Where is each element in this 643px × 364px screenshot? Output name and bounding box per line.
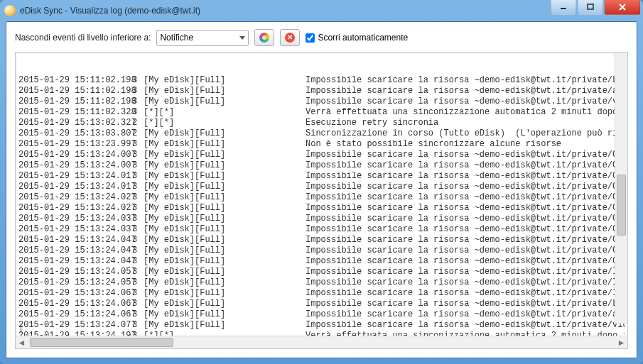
log-timestamp: 2015-01-29 15:13:23.997 xyxy=(18,139,132,150)
log-message: Impossibile scaricare la risorsa ~demo-e… xyxy=(306,299,625,309)
log-level: 3 xyxy=(132,171,144,182)
clear-log-button[interactable]: ✕ xyxy=(280,29,300,46)
log-message: Sincronizzazione in corso (Tutto eDisk) … xyxy=(306,128,625,139)
log-level: 3 xyxy=(132,182,144,192)
log-timestamp: 2015-01-29 15:11:02.198 xyxy=(18,75,132,86)
log-source: [My eDisk][Full] xyxy=(144,214,306,224)
log-level: 3 xyxy=(132,256,144,267)
log-panel: 2015-01-29 15:11:02.1983[My eDisk][Full]… xyxy=(15,52,628,349)
log-row[interactable]: 2015-01-29 15:13:24.0673[My eDisk][Full]… xyxy=(18,299,625,309)
scroll-left-arrow-icon[interactable]: ◄ xyxy=(16,336,28,348)
palette-icon xyxy=(259,33,269,43)
log-row[interactable]: 2015-01-29 15:13:24.0273[My eDisk][Full]… xyxy=(18,203,625,214)
log-source: [My eDisk][Full] xyxy=(144,86,306,96)
log-level: 3 xyxy=(132,192,144,203)
vertical-scroll-thumb[interactable] xyxy=(617,175,626,236)
window-controls xyxy=(549,0,640,15)
log-source: [My eDisk][Full] xyxy=(144,203,306,214)
log-message: Verrà effettuata una sinconizzazione aut… xyxy=(306,107,625,118)
level-select[interactable]: Notifiche xyxy=(156,30,249,46)
log-row[interactable]: 2015-01-29 15:11:02.1983[My eDisk][Full]… xyxy=(18,75,625,86)
log-level: 3 xyxy=(132,309,144,320)
autoscroll-option: Scorri automaticamente xyxy=(306,33,408,43)
log-message: Impossibile scaricare la risorsa ~demo-e… xyxy=(306,309,625,320)
log-source: [My eDisk][Full] xyxy=(144,320,306,331)
log-row[interactable]: 2015-01-29 15:13:24.0073[My eDisk][Full]… xyxy=(18,150,625,160)
log-row[interactable]: 2015-01-29 15:13:24.0773[My eDisk][Full]… xyxy=(18,320,625,331)
log-timestamp: 2015-01-29 15:13:24.027 xyxy=(18,203,132,214)
log-level: 3 xyxy=(132,150,144,160)
app-icon xyxy=(4,5,16,16)
autoscroll-label: Scorri automaticamente xyxy=(318,33,408,43)
log-row[interactable]: 2015-01-29 15:11:02.1983[My eDisk][Full]… xyxy=(18,86,625,96)
autoscroll-checkbox[interactable] xyxy=(306,33,315,43)
level-select-value: Notifiche xyxy=(160,33,193,43)
log-timestamp: 2015-01-29 15:13:24.017 xyxy=(18,182,132,192)
log-message: Impossibile scaricare la risorsa ~demo-e… xyxy=(306,267,625,277)
toolbar: Nascondi eventi di livello inferiore a: … xyxy=(6,22,637,52)
log-row[interactable]: 2015-01-29 15:13:24.0373[My eDisk][Full]… xyxy=(18,224,625,235)
log-level: 3 xyxy=(132,107,144,118)
log-timestamp: 2015-01-29 15:13:24.057 xyxy=(18,267,132,277)
horizontal-scrollbar[interactable]: ◄ ► xyxy=(16,336,627,348)
log-message: Impossibile scaricare la risorsa ~demo-e… xyxy=(306,235,625,246)
horizontal-scroll-thumb[interactable] xyxy=(30,338,173,347)
log-level: 3 xyxy=(132,224,144,235)
log-source: [My eDisk][Full] xyxy=(144,224,306,235)
log-source: [*][*] xyxy=(144,118,306,128)
maximize-button[interactable] xyxy=(578,0,603,15)
color-palette-button[interactable] xyxy=(254,29,274,46)
vertical-scrollbar[interactable] xyxy=(615,53,627,324)
log-row[interactable]: 2015-01-29 15:11:02.3283[*][*]Verrà effe… xyxy=(18,107,625,118)
log-row[interactable]: 2015-01-29 15:13:23.9973[My eDisk][Full]… xyxy=(18,139,625,150)
log-row[interactable]: 2015-01-29 15:13:24.0173[My eDisk][Full]… xyxy=(18,171,625,182)
log-message: Impossibile scaricare la risorsa ~demo-e… xyxy=(306,75,625,86)
log-row[interactable]: 2015-01-29 15:13:24.0273[My eDisk][Full]… xyxy=(18,192,625,203)
scroll-right-arrow-icon[interactable]: ► xyxy=(615,336,627,348)
log-row[interactable]: 2015-01-29 15:13:24.0373[My eDisk][Full]… xyxy=(18,214,625,224)
log-timestamp: 2015-01-29 15:13:24.047 xyxy=(18,256,132,267)
log-source: [My eDisk][Full] xyxy=(144,267,306,277)
log-row[interactable]: 2015-01-29 15:13:24.0573[My eDisk][Full]… xyxy=(18,277,625,288)
log-row[interactable]: 2015-01-29 15:13:24.0173[My eDisk][Full]… xyxy=(18,182,625,192)
log-row[interactable]: 2015-01-29 15:11:02.1983[My eDisk][Full]… xyxy=(18,96,625,107)
log-row[interactable]: 2015-01-29 15:13:24.0673[My eDisk][Full]… xyxy=(18,288,625,299)
log-message: Impossibile scaricare la risorsa ~demo-e… xyxy=(306,96,625,107)
log-row[interactable]: 2015-01-29 15:13:24.0473[My eDisk][Full]… xyxy=(18,256,625,267)
log-row[interactable]: 2015-01-29 15:13:03.8072[My eDisk][Full]… xyxy=(18,128,625,139)
log-timestamp: 2015-01-29 15:13:24.047 xyxy=(18,235,132,246)
log-row[interactable]: 2015-01-29 15:13:24.0673[My eDisk][Full]… xyxy=(18,309,625,320)
log-level: 3 xyxy=(132,75,144,86)
text-cursor: | xyxy=(18,324,23,334)
log-level: 3 xyxy=(132,267,144,277)
log-timestamp: 2015-01-29 15:11:02.328 xyxy=(18,107,132,118)
log-source: [My eDisk][Full] xyxy=(144,128,306,139)
log-source: [My eDisk][Full] xyxy=(144,96,306,107)
log-row[interactable]: 2015-01-29 15:13:24.0573[My eDisk][Full]… xyxy=(18,267,625,277)
log-level: 3 xyxy=(132,214,144,224)
log-row[interactable]: 2015-01-29 15:13:02.3272[*][*]Esecuzione… xyxy=(18,118,625,128)
window-title: eDisk Sync - Visualizza log (demo-edisk@… xyxy=(20,6,200,16)
log-message: Verrà effettuata una sinconizzazione aut… xyxy=(306,331,625,336)
log-source: [My eDisk][Full] xyxy=(144,192,306,203)
log-row[interactable]: 2015-01-29 15:13:24.0073[My eDisk][Full]… xyxy=(18,160,625,171)
log-timestamp: 2015-01-29 15:13:24.057 xyxy=(18,277,132,288)
log-row[interactable]: 2015-01-29 15:13:24.0473[My eDisk][Full]… xyxy=(18,235,625,246)
minimize-button[interactable] xyxy=(551,0,576,15)
log-row[interactable]: 2015-01-29 15:13:24.1973[*][*]Verrà effe… xyxy=(18,331,625,336)
title-bar[interactable]: eDisk Sync - Visualizza log (demo-edisk@… xyxy=(0,0,643,21)
close-button[interactable] xyxy=(605,0,640,15)
log-timestamp: 2015-01-29 15:13:24.067 xyxy=(18,288,132,299)
log-row[interactable]: 2015-01-29 15:13:24.0473[My eDisk][Full]… xyxy=(18,246,625,256)
app-window: eDisk Sync - Visualizza log (demo-edisk@… xyxy=(0,0,643,364)
log-timestamp: 2015-01-29 15:11:02.198 xyxy=(18,86,132,96)
log-level: 3 xyxy=(132,96,144,107)
log-level: 2 xyxy=(132,118,144,128)
log-timestamp: 2015-01-29 15:13:24.017 xyxy=(18,171,132,182)
log-message: Non è stato possibile sincronizzare alcu… xyxy=(306,139,561,150)
log-source: [My eDisk][Full] xyxy=(144,235,306,246)
log-message: Impossibile scaricare la risorsa ~demo-e… xyxy=(306,214,625,224)
log-source: [My eDisk][Full] xyxy=(144,277,306,288)
log-source: [*][*] xyxy=(144,331,306,336)
log-textarea[interactable]: 2015-01-29 15:11:02.1983[My eDisk][Full]… xyxy=(16,53,627,336)
